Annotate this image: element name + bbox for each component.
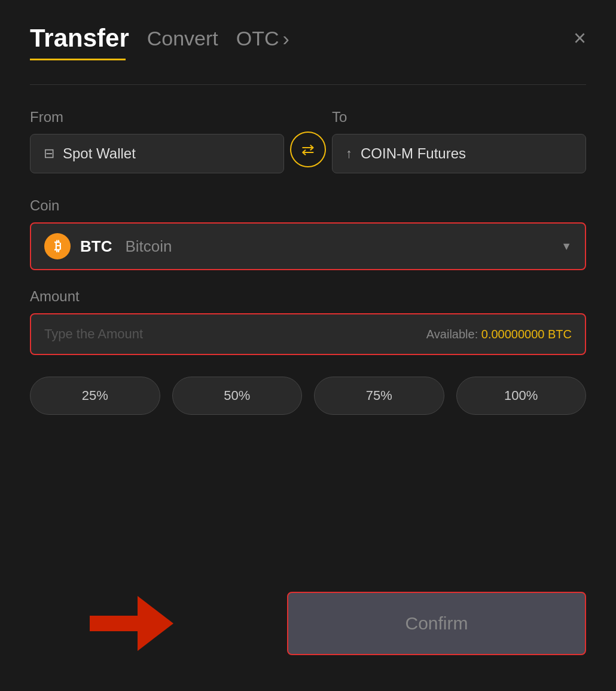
amount-label: Amount	[30, 288, 586, 305]
swap-button[interactable]: ⇄	[290, 132, 326, 167]
coin-full-name: Bitcoin	[125, 237, 172, 256]
active-tab-underline	[30, 59, 126, 60]
red-arrow	[90, 596, 173, 651]
from-to-row: From ⊟ Spot Wallet ⇄ To ↑ COIN-M Futures	[30, 109, 586, 173]
from-wallet-name: Spot Wallet	[63, 145, 136, 162]
close-button[interactable]: ×	[574, 27, 586, 49]
available-amount: 0.00000000 BTC	[481, 328, 572, 341]
from-section: From ⊟ Spot Wallet	[30, 109, 284, 173]
to-wallet-selector[interactable]: ↑ COIN-M Futures	[332, 134, 586, 173]
amount-section: Amount Type the Amount Available: 0.0000…	[30, 288, 586, 355]
from-wallet-selector[interactable]: ⊟ Spot Wallet	[30, 134, 284, 173]
coin-symbol: BTC	[80, 237, 112, 256]
arrow-head	[138, 596, 173, 651]
confirm-button[interactable]: Confirm	[287, 592, 586, 655]
available-text: Available: 0.00000000 BTC	[426, 328, 572, 341]
header-divider	[30, 84, 586, 85]
wallet-card-icon: ⊟	[44, 146, 54, 161]
coin-label: Coin	[30, 197, 586, 214]
percent-buttons-row: 25% 50% 75% 100%	[30, 377, 586, 415]
futures-icon: ↑	[346, 146, 352, 161]
transfer-modal: Transfer Convert OTC › × From ⊟ Spot Wal…	[0, 0, 616, 691]
bottom-section: Confirm	[30, 592, 586, 655]
from-label: From	[30, 109, 284, 126]
coin-chevron-icon: ▼	[561, 240, 572, 253]
percent-100-button[interactable]: 100%	[456, 377, 587, 415]
btc-icon: ₿	[44, 233, 71, 259]
coin-selector[interactable]: ₿ BTC Bitcoin ▼	[30, 222, 586, 270]
coin-section: Coin ₿ BTC Bitcoin ▼	[30, 197, 586, 270]
amount-placeholder[interactable]: Type the Amount	[44, 326, 143, 342]
to-wallet-name: COIN-M Futures	[361, 145, 466, 162]
swap-icon: ⇄	[301, 140, 315, 159]
arrow-shaft	[90, 616, 138, 631]
to-section: To ↑ COIN-M Futures	[332, 109, 586, 173]
percent-50-button[interactable]: 50%	[172, 377, 303, 415]
modal-header: Transfer Convert OTC › ×	[30, 24, 586, 53]
btc-symbol: ₿	[54, 239, 61, 254]
otc-tab[interactable]: OTC ›	[236, 27, 289, 50]
swap-container: ⇄	[284, 115, 332, 167]
available-label: Available:	[426, 328, 478, 341]
transfer-tab[interactable]: Transfer	[30, 24, 129, 53]
percent-25-button[interactable]: 25%	[30, 377, 160, 415]
percent-75-button[interactable]: 75%	[314, 377, 444, 415]
arrow-container	[90, 596, 173, 651]
otc-tab-label: OTC	[236, 27, 279, 50]
otc-chevron-icon: ›	[283, 27, 289, 50]
to-label: To	[332, 109, 586, 126]
amount-input-box: Type the Amount Available: 0.00000000 BT…	[30, 313, 586, 355]
convert-tab[interactable]: Convert	[147, 27, 218, 50]
